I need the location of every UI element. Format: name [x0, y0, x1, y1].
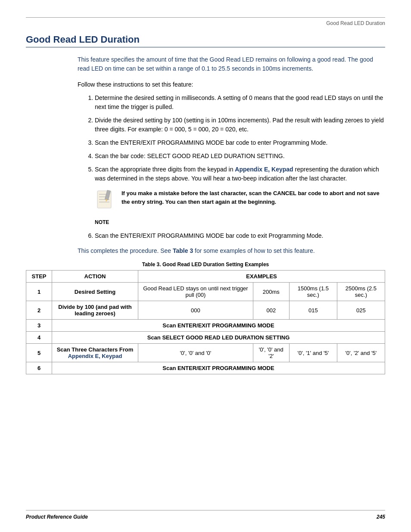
- intro-text: This feature specifies the amount of tim…: [78, 55, 385, 73]
- col-examples: EXAMPLES: [138, 271, 385, 283]
- col-action: ACTION: [52, 271, 138, 283]
- main-table: STEP ACTION EXAMPLES 1 Desired Setting G…: [26, 270, 385, 374]
- row5-step: 5: [26, 344, 52, 362]
- row2-step: 2: [26, 301, 52, 320]
- steps-list: Determine the desired setting in millise…: [95, 93, 385, 183]
- note-label: NOTE: [95, 219, 385, 225]
- footer-right: 245: [377, 514, 385, 520]
- complete-text: This completes the procedure. See Table …: [78, 246, 385, 255]
- table-row: 3 Scan ENTER/EXIT PROGRAMMING MODE: [26, 320, 385, 332]
- row5-action: Scan Three Characters From Appendix E, K…: [52, 344, 138, 362]
- list-item: Scan the appropriate three digits from t…: [95, 165, 385, 183]
- footer: Product Reference Guide 245: [26, 514, 385, 520]
- row1-ex1: Good Read LED stays on until next trigge…: [138, 283, 253, 301]
- complete-suffix: for some examples of how to set this fea…: [193, 247, 314, 254]
- top-rule: [26, 17, 385, 18]
- note-content: If you make a mistake before the last ch…: [121, 189, 385, 206]
- row2-action-text: Divide by 100 (and pad with leading zero…: [58, 304, 131, 317]
- note-icon: [95, 190, 115, 212]
- row5-ex3: '0', '1' and '5': [289, 344, 337, 362]
- row5-ex2: '0', '0' and '2': [253, 344, 289, 362]
- row1-ex2: 200ms: [253, 283, 289, 301]
- row1-action: Desired Setting: [52, 283, 138, 301]
- row1-ex3: 1500ms (1.5 sec.): [289, 283, 337, 301]
- bottom-rule: [26, 510, 385, 510]
- row5-ex4: '0', '2' and '5': [337, 344, 385, 362]
- table-row: 6 Scan ENTER/EXIT PROGRAMMING MODE: [26, 362, 385, 374]
- row1-action-text: Desired Setting: [75, 289, 115, 295]
- table-row: 4 Scan SELECT GOOD READ LED DURATION SET…: [26, 332, 385, 344]
- note-box: If you make a mistake before the last ch…: [95, 189, 385, 212]
- row5-ex1: '0', '0' and '0': [138, 344, 253, 362]
- row5-action-bold: Scan Three Characters From Appendix E, K…: [57, 346, 134, 359]
- table-title: Table 3. Good Read LED Duration Setting …: [26, 261, 385, 268]
- footer-left: Product Reference Guide: [26, 514, 88, 520]
- row2-ex1: 000: [138, 301, 253, 320]
- list-item: Scan the ENTER/EXIT PROGRAMMING MODE bar…: [95, 231, 385, 240]
- row2-ex4: 025: [337, 301, 385, 320]
- table-row: 2 Divide by 100 (and pad with leading ze…: [26, 301, 385, 320]
- table-row: 1 Desired Setting Good Read LED stays on…: [26, 283, 385, 301]
- row6-step: 6: [26, 362, 52, 374]
- row6-span: Scan ENTER/EXIT PROGRAMMING MODE: [52, 362, 385, 374]
- list-item: Determine the desired setting in millise…: [95, 93, 385, 112]
- row3-step: 3: [26, 320, 52, 332]
- row2-ex2: 002: [253, 301, 289, 320]
- step5-link[interactable]: Appendix E, Keypad: [235, 166, 293, 173]
- table-row: 5 Scan Three Characters From Appendix E,…: [26, 344, 385, 362]
- list-item: Scan the bar code: SELECT GOOD READ LED …: [95, 152, 385, 161]
- follow-text: Follow these instructions to set this fe…: [78, 80, 385, 89]
- note-text-bold: If you make a mistake before the last ch…: [121, 190, 380, 205]
- complete-prefix: This completes the procedure. See: [78, 247, 173, 254]
- col-step: STEP: [26, 271, 52, 283]
- steps-list-6: Scan the ENTER/EXIT PROGRAMMING MODE bar…: [95, 231, 385, 240]
- table3-link[interactable]: Table 3: [173, 247, 193, 254]
- list-item: Scan the ENTER/EXIT PROGRAMMING MODE bar…: [95, 138, 385, 147]
- header-label: Good Read LED Duration: [26, 20, 385, 26]
- page-title: Good Read LED Duration: [26, 34, 385, 47]
- row1-step: 1: [26, 283, 52, 301]
- row5-link[interactable]: Appendix E, Keypad: [68, 353, 122, 359]
- row3-span: Scan ENTER/EXIT PROGRAMMING MODE: [52, 320, 385, 332]
- row4-step: 4: [26, 332, 52, 344]
- list-item: Divide the desired setting by 100 (setti…: [95, 116, 385, 134]
- row2-action: Divide by 100 (and pad with leading zero…: [52, 301, 138, 320]
- row4-span: Scan SELECT GOOD READ LED DURATION SETTI…: [52, 332, 385, 344]
- page: Good Read LED Duration Good Read LED Dur…: [0, 0, 411, 532]
- row2-ex3: 015: [289, 301, 337, 320]
- row1-ex4: 2500ms (2.5 sec.): [337, 283, 385, 301]
- step5-prefix: Scan the appropriate three digits from t…: [95, 166, 235, 173]
